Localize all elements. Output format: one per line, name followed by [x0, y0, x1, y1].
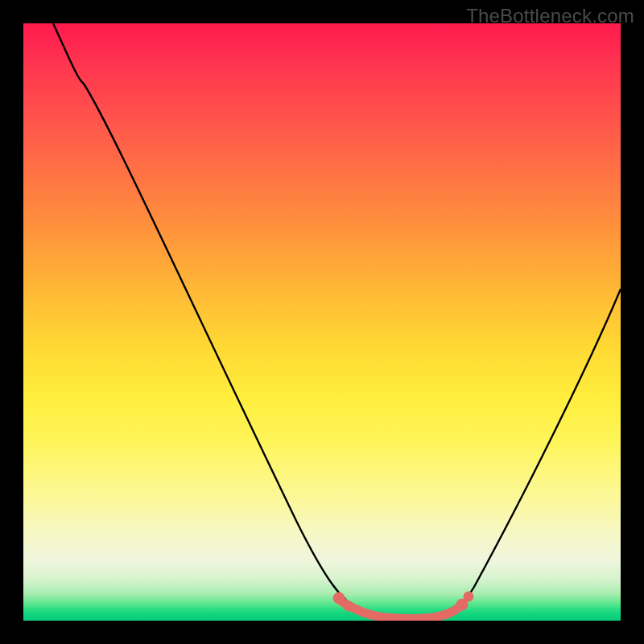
bottleneck-curve — [23, 23, 621, 621]
watermark-text: TheBottleneck.com — [466, 5, 634, 27]
marker-dot — [333, 592, 345, 604]
marker-dot — [344, 601, 353, 611]
curve-path — [53, 23, 621, 618]
marker-band — [341, 601, 462, 618]
chart-frame: TheBottleneck.com — [0, 0, 644, 644]
flat-minimum-markers — [333, 592, 473, 618]
marker-dot — [464, 592, 473, 601]
plot-area — [23, 23, 621, 621]
